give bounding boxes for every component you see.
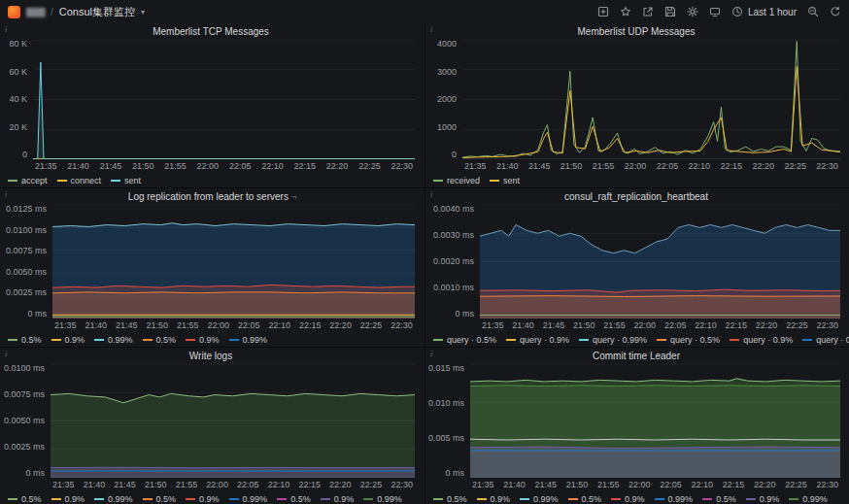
legend-item[interactable]: sent: [111, 176, 141, 185]
x-tick-label: 21:35: [464, 160, 487, 173]
legend-item[interactable]: 0.5%: [143, 494, 177, 504]
legend-item[interactable]: 0.5%: [433, 494, 467, 504]
panel-info-icon[interactable]: i: [5, 25, 7, 34]
legend-item[interactable]: accept: [8, 176, 48, 185]
refresh-icon[interactable]: [830, 6, 841, 17]
y-tick-label: 0.005 ms: [428, 434, 464, 443]
dashboard-caret-icon[interactable]: ▾: [141, 8, 145, 17]
legend-item[interactable]: 0.99%: [363, 494, 402, 504]
share-icon[interactable]: [642, 6, 654, 17]
x-tick-label: 22:05: [238, 319, 260, 332]
settings-icon[interactable]: [687, 6, 698, 17]
legend-label: 0.9%: [760, 494, 780, 504]
legend-swatch: [57, 180, 67, 182]
legend-label: 0.9%: [491, 494, 511, 504]
plot-area[interactable]: [462, 40, 840, 159]
legend-item[interactable]: 0.99%: [94, 494, 133, 504]
x-tick-label: 22:05: [229, 160, 252, 173]
legend-item[interactable]: 0.99%: [520, 494, 559, 504]
legend-item[interactable]: 0.9%: [321, 494, 355, 504]
panel-info-icon[interactable]: i: [5, 350, 7, 358]
legend-item[interactable]: 0.99%: [94, 335, 133, 345]
legend-item[interactable]: 0.5%: [8, 335, 42, 345]
legend-item[interactable]: 0.5%: [277, 494, 311, 504]
legend-swatch: [229, 498, 239, 500]
panel: i Memberlist UDP Messages 40003000200010…: [425, 23, 849, 187]
legend-item[interactable]: 0.5%: [143, 335, 177, 345]
x-tick-label: 22:30: [391, 319, 413, 332]
legend-item[interactable]: 0.5%: [568, 494, 602, 504]
legend-swatch: [433, 180, 443, 182]
y-tick-label: 0.0075 ms: [6, 247, 47, 255]
plot-area[interactable]: [480, 205, 840, 319]
legend-swatch: [579, 339, 589, 341]
grafana-logo-icon[interactable]: [8, 6, 20, 18]
plot-area[interactable]: [470, 364, 840, 478]
legend-item[interactable]: 0.5%: [702, 494, 736, 504]
legend-swatch: [490, 180, 499, 182]
plot-area[interactable]: [51, 364, 415, 478]
legend-label: query · 0.99%: [816, 335, 849, 345]
legend-item[interactable]: query · 0.9%: [730, 335, 793, 345]
panel-info-icon[interactable]: i: [430, 25, 432, 34]
x-tick-label: 21:55: [593, 160, 615, 173]
legend-item[interactable]: 0.9%: [186, 494, 220, 504]
y-tick-label: 0.0050 ms: [6, 268, 47, 277]
x-tick-label: 21:35: [482, 319, 504, 332]
breadcrumb-separator: /: [51, 6, 53, 17]
dashboard-title[interactable]: Consul集群监控: [59, 5, 135, 19]
panel-title[interactable]: Memberlist TCP Messages: [0, 23, 424, 40]
panel-title[interactable]: Log replication from leader to servers¬: [0, 188, 424, 205]
chart-svg: [462, 40, 840, 159]
legend-item[interactable]: 0.99%: [655, 494, 694, 504]
legend-item[interactable]: query · 0.5%: [433, 335, 496, 345]
legend-label: 0.5%: [290, 494, 311, 504]
legend-item[interactable]: 0.5%: [8, 494, 42, 504]
x-tick-label: 22:05: [657, 160, 679, 173]
legend-item[interactable]: sent: [490, 176, 520, 185]
x-tick-label: 21:45: [543, 319, 565, 332]
legend-item[interactable]: 0.99%: [789, 494, 828, 504]
x-tick-label: 22:00: [625, 160, 647, 173]
time-range-picker[interactable]: Last 1 hour: [731, 6, 797, 17]
legend-item[interactable]: 0.9%: [51, 335, 85, 345]
x-tick-label: 22:00: [207, 319, 229, 332]
x-tick-label: 22:00: [197, 160, 220, 173]
legend-item[interactable]: connect: [57, 176, 102, 185]
legend-item[interactable]: query · 0.99%: [579, 335, 647, 345]
legend-item[interactable]: query · 0.9%: [506, 335, 569, 345]
panel-info-icon[interactable]: i: [5, 190, 7, 199]
legend-item[interactable]: 0.99%: [229, 494, 268, 504]
x-tick-label: 21:50: [132, 160, 154, 173]
legend: 0.5%0.9%0.99%0.5%0.9%0.99%: [0, 332, 424, 347]
cycle-view-icon[interactable]: [709, 6, 721, 17]
add-panel-icon[interactable]: [597, 6, 609, 17]
panel-title[interactable]: Commit time Leader: [425, 348, 849, 364]
y-tick-label: 20 K: [9, 123, 27, 132]
star-icon[interactable]: [620, 6, 631, 17]
chart-svg: [52, 205, 415, 319]
y-axis: 80 K60 K40 K20 K0: [0, 40, 33, 159]
zoom-out-icon[interactable]: [807, 6, 819, 17]
legend-label: query · 0.5%: [447, 335, 496, 345]
panel-title[interactable]: consul_raft_replication_heartbeat: [425, 188, 849, 205]
panel-info-icon[interactable]: i: [430, 190, 432, 199]
legend-item[interactable]: 0.9%: [477, 494, 511, 504]
legend-item[interactable]: 0.9%: [51, 494, 85, 504]
legend-item[interactable]: query · 0.5%: [657, 335, 720, 345]
plot-area[interactable]: [33, 40, 415, 159]
legend-swatch: [94, 498, 104, 500]
legend-item[interactable]: 0.9%: [611, 494, 645, 504]
legend-item[interactable]: 0.99%: [229, 335, 268, 345]
save-icon[interactable]: [664, 6, 676, 17]
legend-item[interactable]: 0.9%: [746, 494, 780, 504]
panel-title[interactable]: Write logs: [0, 348, 424, 364]
legend-item[interactable]: 0.9%: [186, 335, 220, 345]
panel-info-icon[interactable]: i: [430, 350, 432, 358]
panel-title[interactable]: Memberlist UDP Messages: [425, 23, 849, 40]
plot-area[interactable]: [52, 205, 415, 319]
y-tick-label: 1000: [437, 123, 457, 132]
legend-item[interactable]: query · 0.99%: [802, 335, 849, 345]
breadcrumb-org-redacted[interactable]: ████: [26, 8, 45, 17]
legend-item[interactable]: received: [433, 176, 480, 185]
